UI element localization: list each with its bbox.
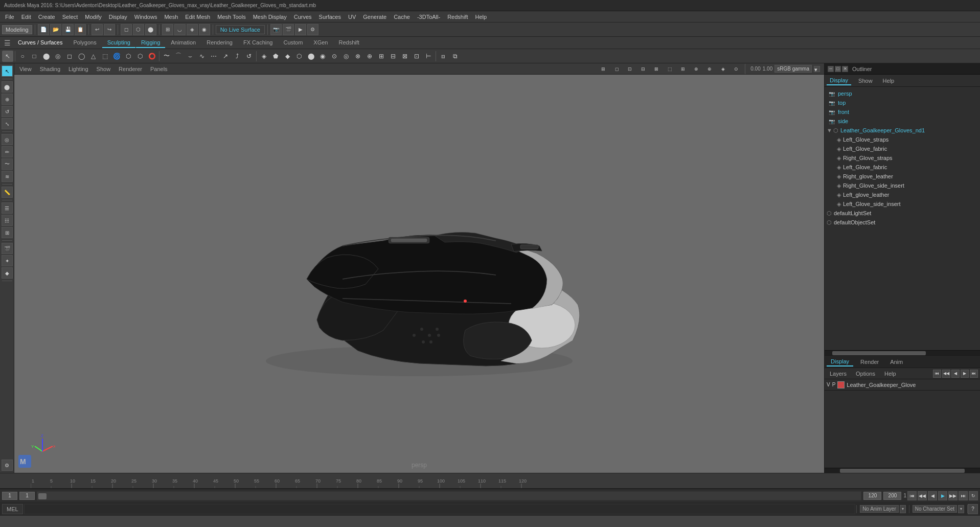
measure-tool[interactable]: 📏 <box>2 187 13 198</box>
view-menu-btn[interactable]: View <box>16 65 35 73</box>
live-surface-btn[interactable]: No Live Surface <box>216 25 265 34</box>
layer2-tool[interactable]: ☷ <box>2 215 13 226</box>
command-line[interactable] <box>24 504 856 514</box>
menu-mesh-display[interactable]: Mesh Display <box>250 13 290 21</box>
tab-sculpting[interactable]: Sculpting <box>102 38 135 48</box>
channel-subtab-options[interactable]: Options <box>853 370 878 378</box>
loop-btn[interactable]: ↻ <box>969 491 978 500</box>
curve8-btn[interactable]: ↺ <box>243 51 255 62</box>
lasso-btn[interactable]: ⬡ <box>133 24 144 35</box>
save-as-btn[interactable]: 📋 <box>75 24 86 35</box>
lighting-menu-btn[interactable]: Lighting <box>65 65 92 73</box>
tree-item-default-lightset[interactable]: ⬡ defaultLightSet <box>825 209 980 218</box>
soccer-icon-btn[interactable]: ⬡ <box>123 51 134 62</box>
nurbs11-btn[interactable]: ⊞ <box>376 51 387 62</box>
camera-ctrl4[interactable]: ⊟ <box>637 63 649 75</box>
outliner-hscrollbar[interactable] <box>825 350 980 355</box>
menu-uv[interactable]: UV <box>345 13 359 21</box>
tab-polygons[interactable]: Polygons <box>68 38 101 48</box>
panels-menu-btn[interactable]: Panels <box>147 65 171 73</box>
gamma-dropdown[interactable]: ▾ <box>814 66 820 72</box>
nurbs13-btn[interactable]: ⊠ <box>399 51 411 62</box>
sphere-icon-btn[interactable]: ○ <box>17 51 28 62</box>
layer-color-swatch[interactable] <box>837 381 845 388</box>
nurbs9-btn[interactable]: ⊗ <box>352 51 363 62</box>
tab-xgen[interactable]: XGen <box>308 38 333 48</box>
camera-side[interactable]: 📷 side <box>825 117 980 126</box>
tab-animation[interactable]: Animation <box>166 38 201 48</box>
nurbs1-btn[interactable]: ◈ <box>258 51 269 62</box>
snap-curve[interactable]: ◡ <box>174 24 186 35</box>
curve4-btn[interactable]: ∿ <box>196 51 208 62</box>
timeline-ruler[interactable]: 1 5 10 15 20 25 30 35 40 45 50 55 60 <box>0 473 980 489</box>
undo-btn[interactable]: ↩ <box>92 24 103 35</box>
viewport[interactable]: X Y Z M persp <box>14 75 824 473</box>
menu-redshift[interactable]: Redshift <box>444 13 471 21</box>
menu-help[interactable]: Help <box>472 13 490 21</box>
menu-3dtoall[interactable]: -3DToAll- <box>414 13 443 21</box>
menu-create[interactable]: Create <box>35 13 58 21</box>
channel-tab-render[interactable]: Render <box>856 358 883 366</box>
camera-btn[interactable]: 📷 <box>270 24 282 35</box>
menu-curves[interactable]: Curves <box>291 13 315 21</box>
end-frame-input[interactable] <box>863 492 881 500</box>
camera-top[interactable]: 📷 top <box>825 98 980 107</box>
nurbs15-btn[interactable]: ⊢ <box>423 51 434 62</box>
menu-file[interactable]: File <box>2 13 17 21</box>
camera-front[interactable]: 📷 front <box>825 107 980 117</box>
render-settings-btn[interactable]: ⚙ <box>307 24 318 35</box>
character-set-dropdown[interactable]: ▾ <box>958 505 964 513</box>
nav-last-btn[interactable]: ⏭ <box>970 370 978 378</box>
menu-mesh-tools[interactable]: Mesh Tools <box>214 13 248 21</box>
tab-rigging[interactable]: Rigging <box>136 38 165 48</box>
cone-icon-btn[interactable]: △ <box>87 51 99 62</box>
disk-icon-btn[interactable]: ◯ <box>76 51 87 62</box>
play-back-btn[interactable]: ◀◀ <box>918 491 927 500</box>
deform2-btn[interactable]: ⧉ <box>449 51 461 62</box>
nurbs5-btn[interactable]: ⬤ <box>305 51 316 62</box>
tree-item-left-leather[interactable]: ◈ Left_glove_leather <box>825 190 980 199</box>
tab-fx-caching[interactable]: FX Caching <box>238 38 278 48</box>
menu-display[interactable]: Display <box>106 13 130 21</box>
nav-prev-prev-btn[interactable]: ◀◀ <box>942 370 950 378</box>
play-skip-fwd-btn[interactable]: ⏭ <box>959 491 968 500</box>
mel-python-toggle[interactable]: MEL <box>2 504 23 514</box>
camera-ctrl2[interactable]: ◻ <box>611 63 622 75</box>
selection-tool-btn[interactable]: ↖ <box>2 51 13 62</box>
settings-tool[interactable]: ⚙ <box>2 460 13 471</box>
save-btn[interactable]: 💾 <box>62 24 74 35</box>
camera-ctrl8[interactable]: ⊗ <box>691 63 702 75</box>
tree-item-left-fabric2[interactable]: ◈ Left_Glove_fabric <box>825 163 980 172</box>
tab-curves-surfaces[interactable]: Curves / Surfaces <box>13 38 67 48</box>
paint-btn[interactable]: ⬤ <box>145 24 156 35</box>
outliner-tab-help[interactable]: Help <box>880 77 898 85</box>
curve6-btn[interactable]: ↗ <box>220 51 231 62</box>
shading-menu-btn[interactable]: Shading <box>37 65 63 73</box>
menu-surfaces[interactable]: Surfaces <box>316 13 344 21</box>
curve7-btn[interactable]: ⤴ <box>232 51 243 62</box>
camera-ctrl10[interactable]: ◈ <box>717 63 728 75</box>
open-btn[interactable]: 📂 <box>50 24 61 35</box>
tree-item-default-objectset[interactable]: ⬡ defaultObjectSet <box>825 218 980 227</box>
nurbs10-btn[interactable]: ⊕ <box>364 51 375 62</box>
play-fwd-btn[interactable]: ▶▶ <box>948 491 958 500</box>
menu-cache[interactable]: Cache <box>391 13 413 21</box>
curve5-btn[interactable]: ⋯ <box>208 51 219 62</box>
nurbs6-btn[interactable]: ◉ <box>317 51 328 62</box>
curve3-btn[interactable]: ⌣ <box>185 51 196 62</box>
camera-ctrl3[interactable]: ⊡ <box>624 63 635 75</box>
no-character-set-label[interactable]: No Character Set <box>913 505 957 513</box>
nurbs4-btn[interactable]: ⬡ <box>293 51 305 62</box>
nurbs12-btn[interactable]: ⊟ <box>388 51 399 62</box>
camera-ctrl1[interactable]: ⊞ <box>598 63 609 75</box>
nav-next-btn[interactable]: ▶ <box>961 370 969 378</box>
anim-layer-dropdown[interactable]: ▾ <box>900 505 906 513</box>
helix-icon-btn[interactable]: 🌀 <box>111 51 122 62</box>
fx-tool[interactable]: ✦ <box>2 255 13 266</box>
sculpt-tool[interactable]: ✏ <box>2 146 13 157</box>
camera-ctrl5[interactable]: ⊠ <box>651 63 662 75</box>
channel-subtab-help[interactable]: Help <box>881 370 899 378</box>
menu-windows[interactable]: Windows <box>131 13 161 21</box>
current-frame-input[interactable] <box>2 492 17 500</box>
channel-subtab-layers[interactable]: Layers <box>827 370 850 378</box>
